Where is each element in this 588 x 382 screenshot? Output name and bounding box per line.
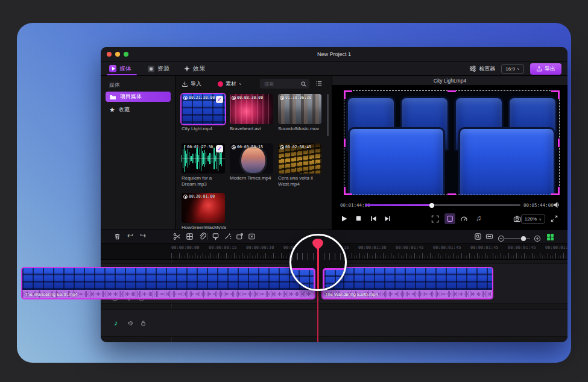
delete-icon[interactable]	[113, 233, 121, 240]
media-item-modern-times[interactable]: 00:03:50:15 Modern Times.mp4	[230, 143, 273, 193]
checked-badge: ✓	[216, 145, 223, 152]
crop-handle[interactable]	[558, 187, 560, 195]
theater-seat	[458, 127, 555, 195]
crop-handle[interactable]	[344, 187, 346, 195]
tab-resources[interactable]: 资源	[148, 61, 169, 76]
crop-handle[interactable]	[558, 139, 560, 147]
play-circle-icon	[183, 195, 188, 199]
render-preview-icon[interactable]	[248, 233, 256, 240]
zoom-to-playhead-icon[interactable]	[474, 233, 482, 240]
zoom-in-icon[interactable]	[534, 235, 541, 242]
crop-handle[interactable]	[447, 193, 456, 195]
play-circle-icon	[232, 145, 236, 149]
tab-effects[interactable]: 效果	[184, 61, 205, 76]
fullscreen-icon[interactable]	[551, 215, 558, 222]
export-button[interactable]: 导出	[530, 63, 561, 75]
marker-icon[interactable]	[212, 233, 220, 240]
video-clip-label: The Wandering Earth.mp4	[325, 292, 378, 297]
inspector-button[interactable]: 检查器	[469, 65, 495, 73]
export-upload-icon	[536, 66, 542, 72]
video-clip-left[interactable]: The Wandering Earth.mp4	[21, 267, 315, 299]
titlebar: New Project 1	[101, 47, 567, 61]
media-thumbnail: 00:21:30:00 ✓	[182, 94, 225, 124]
media-item-requiem[interactable]: ♪00:01:27:30 ✓ Requiem for a Dream.mp3	[182, 143, 225, 193]
mute-track-icon[interactable]	[127, 320, 134, 327]
media-name: Modern Times.mp4	[230, 175, 273, 181]
play-circle-icon	[183, 96, 188, 100]
seek-track[interactable]	[365, 204, 520, 206]
media-thumbnail: 00:08:30:00	[230, 94, 273, 124]
play-button[interactable]	[341, 215, 348, 222]
stop-button[interactable]	[355, 215, 362, 222]
split-scissors-icon[interactable]	[173, 233, 181, 240]
volume-icon[interactable]	[553, 201, 560, 208]
redo-icon[interactable]: ↪	[140, 231, 146, 240]
media-name: City Light.mp4	[182, 126, 225, 132]
media-item-cera-una-volta[interactable]: 00:02:58:45 Cera una volta il West.mp4	[278, 143, 321, 193]
video-clip-right[interactable]: The Wandering Earth.mp4	[321, 267, 493, 299]
total-timecode: 00:05:44:00	[523, 202, 554, 208]
zoom-slider-knob[interactable]	[521, 236, 526, 241]
toolbar-divider	[207, 233, 208, 240]
audio-tool-icon[interactable]: ♫	[476, 214, 481, 222]
search-input[interactable]	[260, 81, 300, 87]
library-scrollbar[interactable]	[327, 94, 329, 136]
pan-zoom-icon[interactable]	[236, 233, 244, 240]
seek-knob[interactable]	[429, 203, 434, 208]
undo-icon[interactable]: ↩	[127, 231, 133, 240]
aspect-ratio-select[interactable]: 16:9∨	[501, 64, 524, 74]
ruler-label: 00:00:01:45	[470, 245, 498, 250]
fit-timeline-icon[interactable]	[485, 233, 493, 240]
sidebar-item-favorites[interactable]: ★ 收藏	[106, 105, 171, 115]
snapshot-camera-icon[interactable]	[513, 215, 521, 223]
next-frame-button[interactable]	[384, 215, 391, 222]
magnified-playhead-line	[317, 245, 319, 289]
preview-zoom-select[interactable]: 120%∨	[521, 214, 545, 224]
media-sidebar: 媒体 项目媒体 ★ 收藏	[101, 76, 175, 230]
audio-track-icon: ♪	[114, 319, 118, 327]
media-thumbnail: ♪00:01:27:30 ✓	[182, 143, 225, 174]
magic-wand-icon[interactable]	[224, 233, 232, 240]
material-dropdown[interactable]: 素材∨	[218, 80, 242, 88]
list-view-icon[interactable]	[315, 80, 323, 87]
star-icon: ★	[109, 107, 115, 113]
crop-tool-active-bg[interactable]	[444, 213, 455, 224]
audio-track-row[interactable]: ♪ A-Group.mp3	[101, 309, 567, 337]
search-icon[interactable]	[300, 81, 307, 87]
sidebar-header: 媒体	[109, 81, 120, 89]
theater-seat	[348, 127, 445, 195]
active-tab-underline	[107, 74, 137, 76]
import-icon	[182, 81, 188, 87]
track-manager-icon[interactable]	[547, 234, 554, 240]
main-tabbar: 媒体 资源 效果 检查器	[101, 61, 567, 76]
media-item-howgreen[interactable]: 00:20:01:00 HowGreenWasMyVa	[182, 193, 225, 230]
playhead-pin-icon[interactable]	[311, 238, 325, 251]
media-item-braveheart[interactable]: 00:08:30:00 Braveheart.avi	[230, 94, 273, 143]
seek-progress	[365, 204, 432, 206]
material-icon	[218, 81, 223, 87]
folder-icon	[109, 93, 116, 101]
crop-handle[interactable]	[447, 90, 456, 92]
media-tab-icon	[109, 65, 116, 72]
content-area: 媒体 项目媒体 ★ 收藏	[101, 76, 567, 230]
window-title: New Project 1	[101, 51, 567, 57]
previous-frame-button[interactable]	[370, 215, 377, 222]
crop-handle[interactable]	[558, 90, 560, 99]
import-button[interactable]: 导入	[182, 80, 201, 88]
media-item-soundofmusic[interactable]: 01:30:06:30 SoundofMusic.mov	[278, 94, 321, 143]
frame-fit-icon[interactable]	[431, 215, 439, 223]
sliders-icon	[469, 65, 476, 72]
crop-handle[interactable]	[344, 90, 346, 99]
speed-gauge-icon[interactable]	[460, 215, 468, 223]
timeline-zoom-slider[interactable]	[504, 238, 530, 239]
library-toolbar: 导入 素材∨	[175, 76, 332, 92]
ruler-label: 00:00:01:30	[358, 245, 386, 250]
lock-track-icon[interactable]	[140, 320, 147, 327]
preview-video[interactable]	[344, 90, 560, 195]
link-icon[interactable]	[198, 233, 206, 240]
crop-handle[interactable]	[344, 139, 346, 147]
sidebar-item-project-media[interactable]: 项目媒体	[106, 92, 171, 102]
crop-clip-icon[interactable]	[186, 233, 194, 240]
media-item-city-light[interactable]: 00:21:30:00 ✓ City Light.mp4	[182, 94, 225, 143]
music-note-icon: ♪	[183, 145, 186, 149]
